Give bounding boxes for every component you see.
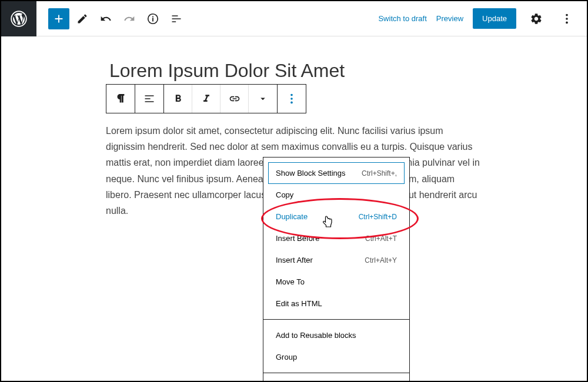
block-toolbar bbox=[106, 84, 306, 113]
menu-label: Insert After bbox=[276, 256, 313, 264]
italic-button[interactable] bbox=[192, 85, 220, 113]
toolbar-left bbox=[36, 8, 187, 29]
bold-button[interactable] bbox=[164, 85, 192, 113]
block-more-options-button[interactable] bbox=[278, 85, 306, 113]
menu-shortcut: Ctrl+Shift+D bbox=[359, 213, 397, 221]
menu-label: Show Block Settings bbox=[276, 169, 346, 177]
add-block-button[interactable] bbox=[48, 8, 69, 29]
align-button[interactable] bbox=[135, 85, 163, 113]
paragraph-block-icon[interactable] bbox=[106, 85, 135, 113]
svg-point-3 bbox=[566, 18, 568, 20]
undo-button[interactable] bbox=[95, 8, 116, 29]
menu-insert-after[interactable]: Insert After Ctrl+Alt+Y bbox=[268, 249, 405, 271]
menu-label: Edit as HTML bbox=[276, 299, 322, 308]
menu-label: Insert Before bbox=[276, 234, 319, 243]
menu-label: Duplicate bbox=[276, 212, 308, 221]
edit-mode-button[interactable] bbox=[72, 8, 93, 29]
editor-area: Lorem Ipsum Dolor Sit Amet Lorem ipsum d… bbox=[1, 36, 587, 219]
svg-point-2 bbox=[566, 14, 568, 16]
menu-show-block-settings[interactable]: Show Block Settings Ctrl+Shift+, bbox=[268, 162, 405, 184]
info-button[interactable] bbox=[142, 8, 163, 29]
svg-point-7 bbox=[290, 102, 293, 104]
menu-copy[interactable]: Copy bbox=[268, 184, 405, 206]
menu-label: Add to Reusable blocks bbox=[276, 331, 356, 340]
menu-group[interactable]: Group bbox=[268, 346, 405, 368]
link-button[interactable] bbox=[220, 85, 249, 113]
menu-shortcut: Ctrl+Shift+, bbox=[362, 169, 397, 177]
switch-to-draft-link[interactable]: Switch to draft bbox=[378, 14, 426, 23]
post-title[interactable]: Lorem Ipsum Dolor Sit Amet bbox=[106, 60, 482, 82]
update-button[interactable]: Update bbox=[473, 8, 516, 29]
more-options-icon[interactable] bbox=[556, 8, 577, 29]
menu-label: Copy bbox=[276, 190, 293, 199]
menu-shortcut: Ctrl+Alt+T bbox=[365, 234, 397, 243]
menu-shortcut: Ctrl+Alt+Y bbox=[365, 256, 397, 264]
top-toolbar: Switch to draft Preview Update bbox=[1, 1, 587, 36]
menu-add-reusable[interactable]: Add to Reusable blocks bbox=[268, 324, 405, 346]
menu-insert-before[interactable]: Insert Before Ctrl+Alt+T bbox=[268, 227, 405, 249]
wordpress-logo[interactable] bbox=[1, 1, 36, 36]
svg-point-5 bbox=[290, 94, 293, 96]
menu-label: Group bbox=[276, 353, 297, 361]
menu-label: Move To bbox=[276, 277, 305, 286]
svg-point-6 bbox=[290, 98, 293, 100]
redo-button[interactable] bbox=[119, 8, 140, 29]
block-options-menu: Show Block Settings Ctrl+Shift+, Copy Du… bbox=[263, 157, 410, 382]
preview-link[interactable]: Preview bbox=[436, 14, 463, 23]
menu-move-to[interactable]: Move To bbox=[268, 271, 405, 293]
menu-edit-html[interactable]: Edit as HTML bbox=[268, 293, 405, 314]
toolbar-right: Switch to draft Preview Update bbox=[378, 8, 587, 29]
settings-icon[interactable] bbox=[526, 8, 547, 29]
menu-remove-block[interactable]: Remove block Shift+Alt+Z bbox=[268, 378, 405, 382]
svg-point-4 bbox=[566, 21, 568, 24]
outline-button[interactable] bbox=[166, 8, 187, 29]
dropdown-arrow-button[interactable] bbox=[249, 85, 277, 113]
menu-duplicate[interactable]: Duplicate Ctrl+Shift+D bbox=[268, 206, 405, 227]
